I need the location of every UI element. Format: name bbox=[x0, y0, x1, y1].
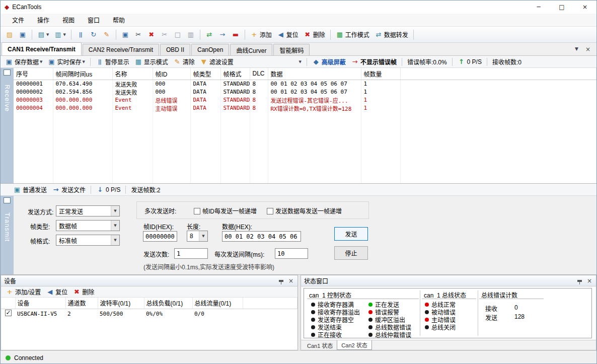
col-data[interactable]: 数据 bbox=[268, 68, 361, 80]
minimize-button[interactable]: ─ bbox=[527, 1, 550, 14]
edit-button[interactable]: ✎ bbox=[101, 29, 113, 41]
delete-mark-button[interactable]: ✖ bbox=[145, 29, 158, 41]
col-frame-format[interactable]: 帧格式 bbox=[220, 68, 250, 80]
chart-button[interactable]: ▥ bbox=[185, 29, 197, 41]
add-button[interactable]: +添加 bbox=[248, 29, 274, 41]
tab-canopen[interactable]: CanOpen bbox=[191, 44, 229, 55]
data-hex-input[interactable] bbox=[222, 231, 301, 242]
remove-button[interactable]: ▬ bbox=[230, 29, 242, 41]
close-button[interactable]: × bbox=[573, 1, 596, 14]
increment-id-checkbox[interactable]: 帧ID每发送一帧递增 bbox=[194, 206, 257, 214]
col-frame-type[interactable]: 帧类型 bbox=[190, 68, 220, 80]
chevron-down-icon: ▼ bbox=[111, 221, 119, 231]
col-seq[interactable]: 序号 bbox=[14, 68, 53, 80]
send-times-input[interactable] bbox=[174, 248, 208, 259]
col-name[interactable]: 名称 bbox=[112, 68, 153, 80]
frame-type-select[interactable]: 数据帧▼ bbox=[56, 220, 120, 231]
save-data-button[interactable]: ▣保存数据▼ bbox=[3, 57, 44, 67]
table-row[interactable]: 00000002002.594.856发送失败000DATASTANDARD80… bbox=[14, 88, 596, 96]
col-baudrate[interactable]: 波特率(0/1) bbox=[98, 298, 144, 309]
clear-button[interactable]: ✎清除 bbox=[171, 57, 197, 67]
tab-close-icon[interactable]: × bbox=[585, 46, 590, 52]
menu-help[interactable]: 帮助 bbox=[106, 14, 131, 26]
pause-display-button[interactable]: ||暂停显示 bbox=[94, 57, 131, 67]
stop-button[interactable]: 停止 bbox=[334, 246, 368, 260]
tab-list-chevron-icon[interactable]: ▼ bbox=[575, 46, 578, 52]
increment-data-label: 发送数据每发送一帧递增 bbox=[275, 208, 342, 215]
device-delete-button[interactable]: ✖删除 bbox=[70, 287, 96, 297]
display-mode-button[interactable]: ▦显示模式 bbox=[132, 57, 170, 67]
work-mode-button[interactable]: ▦工作模式 bbox=[334, 29, 371, 41]
pin-icon[interactable] bbox=[577, 280, 582, 282]
realtime-save-button[interactable]: ▣实时保存▼ bbox=[45, 57, 87, 67]
cut-disabled-button[interactable]: ✂ bbox=[159, 29, 171, 41]
device-reset-label: 复位 bbox=[55, 287, 67, 296]
data-forward-button[interactable]: ⇄数据转发 bbox=[372, 29, 410, 41]
tab-smart-decode[interactable]: 智能解码 bbox=[273, 44, 310, 55]
tab-curver[interactable]: 曲线Curver bbox=[230, 44, 272, 55]
frame-format-select[interactable]: 标准帧▼ bbox=[56, 235, 120, 246]
col-device[interactable]: 设备 bbox=[15, 298, 65, 309]
menu-file[interactable]: 文件 bbox=[6, 14, 31, 26]
hide-error-frames-button[interactable]: →不显示错误帧 bbox=[349, 57, 399, 67]
device-reset-button[interactable]: ◀复位 bbox=[44, 287, 69, 297]
refresh-button[interactable]: ↻ bbox=[88, 29, 100, 41]
menu-window[interactable]: 窗口 bbox=[81, 14, 106, 26]
multi-send-label: 多次发送时: bbox=[144, 206, 176, 214]
send-file-icon: → bbox=[52, 186, 60, 194]
receive-side-strip[interactable]: Receive bbox=[1, 68, 14, 183]
send-interval-input[interactable] bbox=[275, 248, 308, 259]
tab-can1-status[interactable]: Can1 状态 bbox=[303, 340, 337, 350]
col-interval[interactable]: 帧间隔时间us bbox=[53, 68, 112, 80]
col-bus-flow[interactable]: 总线流量(0/1) bbox=[192, 298, 243, 309]
record-dropdown-b[interactable]: ▥▼ bbox=[52, 29, 67, 41]
device-add-setting-button[interactable]: +添加/设置 bbox=[4, 287, 43, 297]
col-dlc[interactable]: DLC bbox=[250, 68, 268, 80]
tab-can1-receive-transmit[interactable]: CAN1 Receive/Transmit bbox=[2, 42, 82, 55]
close-panel-icon[interactable]: × bbox=[288, 278, 293, 284]
table-row[interactable]: 00000001070.634.490发送失败000DATASTANDARD80… bbox=[14, 80, 596, 88]
save-file-button[interactable]: ▣ bbox=[17, 29, 29, 41]
pause-button[interactable]: || bbox=[74, 29, 87, 41]
transmit-side-strip[interactable]: Transmit bbox=[1, 196, 14, 274]
send-button[interactable]: 发送 bbox=[334, 227, 368, 241]
panel-collapse-icon[interactable] bbox=[4, 69, 11, 76]
refresh-icon: ↻ bbox=[90, 31, 98, 39]
panel-collapse-icon[interactable] bbox=[4, 197, 11, 203]
send-file-label: 发送文件 bbox=[61, 185, 86, 194]
col-count[interactable]: 帧数量 bbox=[361, 68, 400, 80]
paste-button[interactable]: ▣ bbox=[119, 29, 131, 41]
device-row[interactable]: USBCAN-II-V5 2 500/500 0%/0% 0/0 bbox=[1, 309, 297, 319]
send-mode-select[interactable]: 正常发送▼ bbox=[56, 205, 120, 216]
table-row-error[interactable]: 00000003000.000.000Event总线错误DATASTANDARD… bbox=[14, 96, 596, 104]
open-file-button[interactable]: ▨ bbox=[4, 29, 16, 41]
toolbar-separator bbox=[32, 30, 32, 40]
tab-obd2[interactable]: OBD II bbox=[160, 44, 190, 55]
table-row-error[interactable]: 00000004000.000.000Event主动错误DATASTANDARD… bbox=[14, 104, 596, 112]
document-button[interactable]: □ bbox=[172, 29, 184, 41]
delete-button[interactable]: ✖删除 bbox=[302, 29, 327, 41]
increment-data-checkbox[interactable]: 发送数据每发送一帧递增 bbox=[267, 206, 342, 214]
swap-button[interactable]: ⇄ bbox=[203, 29, 215, 41]
device-checkbox[interactable] bbox=[5, 310, 12, 316]
menu-view[interactable]: 视图 bbox=[56, 14, 81, 26]
length-select[interactable]: 8▼ bbox=[187, 231, 208, 242]
record-dropdown-a[interactable]: ▤▼ bbox=[35, 29, 51, 41]
col-frame-id[interactable]: 帧ID bbox=[153, 68, 190, 80]
tab-can2-receive-transmit[interactable]: CAN2 Receive/Transmit bbox=[83, 44, 159, 55]
send-file-button[interactable]: →发送文件 bbox=[50, 185, 88, 195]
close-panel-icon[interactable]: × bbox=[587, 278, 592, 284]
frame-id-input[interactable] bbox=[143, 231, 177, 242]
normal-send-button[interactable]: ▣普通发送 bbox=[3, 185, 49, 195]
filter-settings-dropdown[interactable]: ▼滤波设置▼ bbox=[198, 57, 304, 67]
cut-button[interactable]: ✂ bbox=[132, 29, 144, 41]
reset-button[interactable]: ◀复位 bbox=[275, 29, 301, 41]
col-channels[interactable]: 通道数 bbox=[65, 298, 98, 309]
menu-operate[interactable]: 操作 bbox=[31, 14, 56, 26]
advanced-mask-button[interactable]: ◆高级屏蔽 bbox=[310, 57, 348, 67]
transfer-button[interactable]: → bbox=[216, 29, 229, 41]
col-bus-load[interactable]: 总线负载(0/1) bbox=[144, 298, 192, 309]
tab-can2-status[interactable]: Can2 状态 bbox=[337, 340, 371, 350]
pin-icon[interactable] bbox=[279, 280, 283, 282]
maximize-button[interactable]: □ bbox=[550, 1, 573, 14]
